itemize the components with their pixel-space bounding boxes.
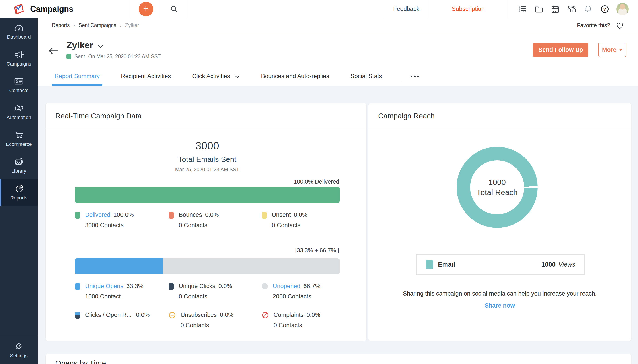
- opens-by-time-card: Opens by Time: [46, 354, 631, 364]
- unique-opens-bar-segment: [75, 258, 163, 274]
- send-followup-button[interactable]: Send Follow-up: [533, 42, 588, 57]
- chevron-down-icon: [98, 44, 104, 48]
- share-now-link[interactable]: Share now: [368, 302, 631, 309]
- email-views-label: Views: [558, 261, 575, 268]
- gear-icon: [14, 341, 24, 351]
- sent-status-dot: [67, 54, 71, 59]
- legend-unsent: Unsent 0.0% 0 Contacts: [262, 212, 307, 229]
- unsubscribes-label: Unsubscribes: [181, 312, 217, 318]
- contact-transfer-icon[interactable]: [567, 4, 577, 14]
- total-reach-value: 1000: [488, 178, 506, 187]
- topbar: Campaigns + Feedback Subscription: [0, 0, 638, 18]
- favorite-label: Favorite this?: [577, 22, 610, 28]
- total-reach-label: Total Reach: [477, 188, 518, 197]
- unsubscribes-contacts: 0 Contacts: [181, 322, 234, 329]
- campaign-title-dropdown[interactable]: Zylker: [67, 40, 161, 50]
- more-button[interactable]: More: [598, 42, 626, 57]
- total-emails-label: Total Emails Sent: [75, 155, 340, 164]
- unopened-marker: [262, 283, 268, 290]
- reach-legend-box: Email 1000 Views: [416, 254, 585, 275]
- campaign-reach-card: Campaign Reach 1000 Total Reach Email 10…: [368, 103, 631, 341]
- campaign-sent-status: Sent On Mar 25, 2020 01:23 AM SST: [67, 54, 161, 60]
- bell-icon[interactable]: [583, 4, 593, 14]
- sidebar: Dashboard Campaigns Contacts: [0, 18, 38, 364]
- tabs-divider: [401, 70, 401, 82]
- delivered-link[interactable]: Delivered: [85, 212, 110, 218]
- unopened-link[interactable]: Unopened: [273, 283, 300, 290]
- total-emails-block: 3000 Total Emails Sent Mar 25, 2020 01:2…: [75, 140, 340, 173]
- delivered-marker: [75, 212, 80, 218]
- create-button[interactable]: +: [139, 2, 153, 16]
- search-icon[interactable]: [169, 4, 179, 14]
- library-icon: [14, 157, 24, 166]
- breadcrumb-current: Zylker: [125, 22, 139, 28]
- help-icon[interactable]: ?: [600, 4, 610, 14]
- sidebar-item-contacts[interactable]: Contacts: [0, 72, 38, 98]
- topbar-spacer: [187, 0, 384, 18]
- legend-unique-opens: Unique Opens 33.3% 1000 Contact: [75, 283, 143, 300]
- unsubscribes-minus-icon: [169, 312, 176, 318]
- more-tabs-ellipsis-icon[interactable]: [411, 67, 424, 86]
- legend-delivered: Delivered 100.0% 3000 Contacts: [75, 212, 134, 229]
- search-cell: [161, 0, 187, 18]
- sidebar-item-label: Ecommerce: [6, 142, 32, 147]
- unique-opens-marker: [75, 283, 80, 290]
- unique-clicks-marker: [169, 283, 174, 290]
- campaign-title: Zylker: [67, 40, 93, 50]
- sidebar-item-campaigns[interactable]: Campaigns: [0, 45, 38, 72]
- email-views: 1000 Views: [541, 261, 575, 268]
- legend-unsubscribes: Unsubscribes 0.0% 0 Contacts: [169, 312, 234, 329]
- heart-icon[interactable]: [615, 21, 624, 30]
- email-channel-label: Email: [438, 261, 455, 268]
- legend-unique-clicks: Unique Clicks 0.0% 0 Contacts: [169, 283, 232, 300]
- sidebar-item-label: Settings: [10, 353, 28, 359]
- unique-opens-contacts: 1000 Contact: [85, 293, 143, 300]
- sidebar-item-dashboard[interactable]: Dashboard: [0, 18, 38, 45]
- campaign-title-block: Zylker Sent On Mar 25, 2020 01:23 AM SST: [67, 40, 161, 60]
- sidebar-item-ecommerce[interactable]: Ecommerce: [0, 125, 38, 152]
- topbar-icon-group: ?: [508, 0, 638, 18]
- complaints-value: 0.0%: [307, 312, 320, 318]
- unsent-label: Unsent: [272, 212, 291, 218]
- sidebar-item-label: Library: [11, 168, 26, 174]
- sidebar-item-automation[interactable]: Automation: [0, 98, 38, 125]
- sidebar-item-settings[interactable]: Settings: [0, 336, 38, 364]
- sidebar-item-label: Contacts: [9, 88, 29, 94]
- legend-complaints: Complaints 0.0% 0 Contacts: [262, 312, 320, 329]
- unique-opens-value: 33.3%: [127, 283, 144, 290]
- clicks-open-rate-marker: [75, 312, 80, 318]
- sidebar-item-library[interactable]: Library: [0, 152, 38, 179]
- brand: Campaigns: [0, 0, 131, 18]
- folder-icon[interactable]: [534, 4, 544, 14]
- tab-social-stats[interactable]: Social Stats: [348, 67, 385, 86]
- calendar-icon[interactable]: [550, 4, 560, 14]
- tab-bounces-auto-replies[interactable]: Bounces and Auto-replies: [258, 67, 332, 86]
- campaign-header: Zylker Sent On Mar 25, 2020 01:23 AM SST…: [38, 33, 638, 67]
- breadcrumb-sent-campaigns[interactable]: Sent Campaigns: [79, 22, 116, 28]
- tab-recipient-activities[interactable]: Recipient Activities: [118, 67, 174, 86]
- legend-clicks-open-rate: Clicks / Open R... 0.0%: [75, 312, 150, 318]
- delivered-bar: [75, 187, 340, 203]
- subscription-link[interactable]: Subscription: [428, 0, 508, 18]
- realtime-campaign-data-card: Real-Time Campaign Data 3000 Total Email…: [46, 103, 367, 341]
- unique-clicks-contacts: 0 Contacts: [179, 293, 232, 300]
- chevron-down-icon: [235, 75, 240, 78]
- contact-card-icon: [14, 77, 24, 86]
- sent-on-date: On Mar 25, 2020 01:23 AM SST: [88, 54, 161, 60]
- legend-unopened: Unopened 66.7% 2000 Contacts: [262, 283, 320, 300]
- sidebar-item-reports[interactable]: Reports: [0, 179, 38, 206]
- mailing-list-icon[interactable]: [517, 4, 527, 14]
- tab-click-activities[interactable]: Click Activities: [189, 67, 242, 86]
- breadcrumb: Reports › Sent Campaigns › Zylker Favori…: [38, 18, 638, 33]
- report-tabs: Report Summary Recipient Activities Clic…: [38, 67, 638, 86]
- breadcrumb-reports[interactable]: Reports: [52, 22, 70, 28]
- tab-report-summary[interactable]: Report Summary: [52, 67, 102, 86]
- unique-opens-link[interactable]: Unique Opens: [85, 283, 123, 290]
- avatar[interactable]: [616, 3, 629, 15]
- campaigns-logo: [13, 3, 25, 15]
- bounces-value: 0.0%: [205, 212, 219, 218]
- sidebar-item-label: Reports: [10, 195, 27, 201]
- feedback-link[interactable]: Feedback: [384, 0, 428, 18]
- back-arrow-icon[interactable]: [48, 47, 59, 55]
- breadcrumb-separator: ›: [120, 22, 122, 28]
